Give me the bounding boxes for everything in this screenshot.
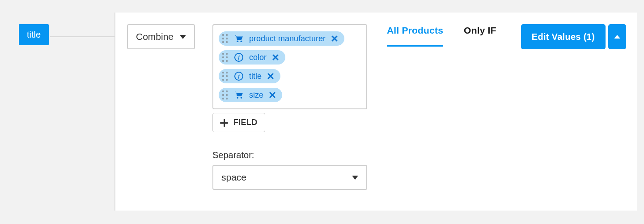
add-field-label: FIELD [233, 118, 258, 127]
function-icon: f [234, 71, 244, 81]
field-chip[interactable]: size [219, 88, 282, 102]
caret-down-icon [180, 35, 186, 39]
separator-value: space [221, 172, 246, 183]
remove-field-button[interactable] [267, 73, 274, 80]
field-chip-label: title [249, 72, 262, 81]
separator-select[interactable]: space [212, 165, 367, 190]
tab-all-products[interactable]: All Products [387, 25, 443, 47]
tab-label: All Products [387, 25, 443, 35]
tab-label: Only IF [464, 25, 496, 35]
field-chip-label: product manufacturer [249, 34, 326, 43]
field-chip[interactable]: product manufacturer [219, 31, 344, 46]
drag-handle-icon[interactable] [222, 34, 228, 43]
svg-text:f: f [238, 73, 240, 79]
rule-panel: Combine product manufacturer f color [114, 13, 637, 211]
svg-point-0 [237, 41, 239, 43]
svg-point-1 [241, 41, 242, 43]
connector-line [50, 36, 115, 37]
operation-select[interactable]: Combine [127, 24, 195, 49]
caret-up-icon [614, 35, 620, 39]
field-tag-label: title [27, 30, 41, 40]
field-tag-title[interactable]: title [19, 24, 49, 45]
plus-icon [220, 119, 228, 127]
remove-field-button[interactable] [331, 35, 338, 42]
svg-point-6 [237, 97, 239, 99]
tab-only-if[interactable]: Only IF [464, 25, 496, 45]
cart-icon [234, 90, 244, 100]
cart-icon [234, 34, 244, 43]
drag-handle-icon[interactable] [222, 90, 228, 99]
svg-text:f: f [238, 54, 240, 60]
collapse-button[interactable] [608, 24, 626, 49]
drag-handle-icon[interactable] [222, 72, 228, 81]
remove-field-button[interactable] [272, 54, 279, 61]
field-chip-label: color [249, 53, 267, 62]
fields-container: product manufacturer f color f [212, 24, 367, 109]
edit-values-button[interactable]: Edit Values (1) [521, 24, 606, 49]
remove-field-button[interactable] [269, 91, 276, 99]
caret-down-icon [352, 176, 358, 180]
svg-point-7 [241, 97, 242, 99]
add-field-button[interactable]: FIELD [212, 113, 265, 132]
separator-label: Separator: [212, 150, 254, 160]
drag-handle-icon[interactable] [222, 53, 228, 62]
field-chip-label: size [249, 90, 263, 100]
operation-select-label: Combine [136, 31, 174, 42]
scope-tabs: All Products Only IF [387, 25, 496, 47]
function-icon: f [234, 52, 244, 62]
field-chip[interactable]: f title [219, 69, 280, 83]
edit-values-label: Edit Values (1) [532, 32, 595, 42]
field-chip[interactable]: f color [219, 50, 285, 65]
